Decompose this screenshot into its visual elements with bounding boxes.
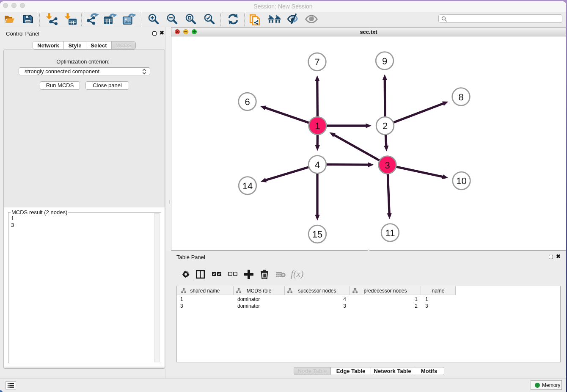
svg-text:9: 9	[382, 56, 387, 66]
svg-text:10: 10	[456, 176, 466, 186]
svg-text:6: 6	[245, 97, 250, 107]
svg-text:2: 2	[383, 121, 388, 131]
svg-text:8: 8	[458, 92, 463, 102]
svg-text:1: 1	[315, 121, 320, 131]
svg-text:15: 15	[312, 229, 322, 240]
svg-text:3: 3	[385, 160, 390, 171]
svg-text:4: 4	[315, 160, 320, 170]
svg-text:14: 14	[242, 181, 253, 191]
svg-text:11: 11	[385, 228, 395, 238]
svg-text:7: 7	[314, 57, 319, 67]
